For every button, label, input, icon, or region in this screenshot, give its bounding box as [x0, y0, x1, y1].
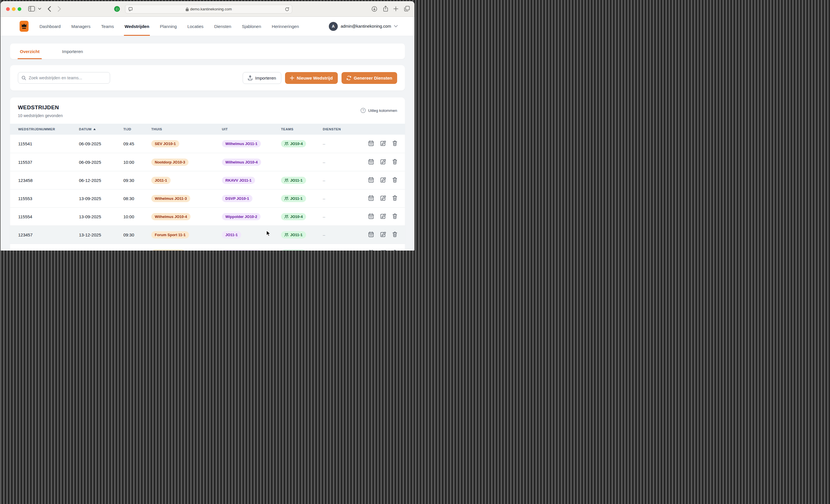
nav-item-sjablonen[interactable]: Sjablonen: [242, 17, 261, 36]
crown-icon: [21, 23, 27, 29]
sidebar-chevron-down-icon[interactable]: [38, 8, 41, 10]
home-team-badge[interactable]: Wilhelmus JO11-3: [151, 195, 190, 202]
home-team-cell: Wilhelmus JO10-4: [151, 213, 222, 220]
nav-item-teams[interactable]: Teams: [101, 17, 114, 36]
delete-button[interactable]: [392, 213, 397, 220]
schedule-button[interactable]: [368, 140, 374, 147]
column-header-datum[interactable]: DATUM: [79, 127, 123, 131]
new-match-button[interactable]: Nieuwe Wedstrijd: [285, 72, 338, 84]
downloads-icon[interactable]: [372, 6, 377, 12]
table-row[interactable]: 115541 06-09-2025 09:45 SEV JO10-1 Wilhe…: [10, 135, 405, 153]
schedule-button[interactable]: [368, 231, 374, 238]
table-row[interactable]: 115537 06-09-2025 10:00 Nootdorp JO10-3 …: [10, 153, 405, 171]
nav-item-herinneringen[interactable]: Herinneringen: [272, 17, 299, 36]
minimize-window-button[interactable]: [12, 7, 15, 11]
browser-toolbar: {) demo.kantinekoning.com: [1, 1, 414, 17]
match-number-cell: 115549: [18, 251, 79, 251]
nav-item-managers[interactable]: Managers: [71, 17, 91, 36]
home-team-badge[interactable]: SEV JO10-1: [151, 140, 179, 147]
new-tab-icon[interactable]: [393, 6, 398, 11]
team-cell: JO11-1: [281, 249, 323, 251]
home-team-badge[interactable]: Forum Sport 11-1: [151, 231, 189, 239]
address-bar[interactable]: demo.kantinekoning.com: [125, 5, 292, 13]
edit-button[interactable]: [380, 195, 386, 202]
delete-button[interactable]: [392, 195, 397, 202]
edit-button[interactable]: [380, 250, 386, 251]
nav-item-planning[interactable]: Planning: [160, 17, 177, 36]
team-badge-label: JO10-4: [290, 215, 302, 219]
home-team-badge[interactable]: Nootdorp JO10-3: [151, 159, 189, 166]
delete-button[interactable]: [392, 140, 397, 147]
away-team-badge[interactable]: RKAVV JO11-1: [222, 177, 255, 184]
table-row[interactable]: 115554 13-09-2025 10:00 Wilhelmus JO10-4…: [10, 207, 405, 225]
nav-item-locaties[interactable]: Locaties: [187, 17, 203, 36]
search-box[interactable]: [18, 72, 110, 84]
lock-icon: [186, 7, 189, 11]
column-help-button[interactable]: ? Uitleg kolommen: [360, 108, 397, 113]
zoom-window-button[interactable]: [18, 7, 21, 11]
table-row[interactable]: 115549 20-09-2025 08:30 RKDEO JO10-2 Wil…: [10, 244, 405, 251]
table-row[interactable]: 115553 13-09-2025 08:30 Wilhelmus JO11-3…: [10, 189, 405, 207]
away-team-badge[interactable]: Wilhelmus JO10-4: [222, 159, 261, 166]
reload-icon[interactable]: [285, 7, 289, 11]
schedule-button[interactable]: [368, 250, 374, 251]
schedule-button[interactable]: [368, 195, 374, 202]
away-team-badge[interactable]: Wilhelmus JO11-1: [222, 249, 261, 251]
tab-overzicht[interactable]: Overzicht: [19, 43, 41, 59]
edit-button[interactable]: [380, 177, 386, 184]
delete-button[interactable]: [392, 159, 397, 165]
close-window-button[interactable]: [6, 7, 10, 11]
away-team-badge[interactable]: Wilhelmus JO11-1: [222, 140, 261, 147]
extension-icon[interactable]: {): [114, 6, 120, 12]
delete-button[interactable]: [392, 177, 397, 184]
schedule-button[interactable]: [368, 177, 374, 184]
edit-button[interactable]: [380, 213, 386, 220]
column-header-teams[interactable]: TEAMS: [281, 127, 323, 131]
tab-importeren[interactable]: Importeren: [61, 43, 84, 59]
table-toolbar: Importeren Nieuwe Wedstrijd Genereer Die…: [10, 65, 405, 91]
nav-item-dashboard[interactable]: Dashboard: [39, 17, 61, 36]
team-badge[interactable]: JO11-1: [281, 177, 306, 184]
nav-item-diensten[interactable]: Diensten: [214, 17, 231, 36]
edit-icon: [380, 213, 386, 219]
team-badge[interactable]: JO10-4: [281, 140, 306, 147]
sidebar-toggle-icon[interactable]: [28, 6, 35, 11]
tab-overview-icon[interactable]: [404, 6, 410, 11]
home-team-cell: Forum Sport 11-1: [151, 231, 222, 239]
home-team-badge[interactable]: JO11-1: [151, 177, 170, 184]
delete-button[interactable]: [392, 250, 397, 251]
import-button[interactable]: Importeren: [243, 72, 281, 84]
generate-services-button[interactable]: Genereer Diensten: [342, 72, 397, 84]
away-team-badge[interactable]: Wippolder JO10-2: [222, 213, 260, 220]
column-header-diensten[interactable]: DIENSTEN: [323, 127, 357, 131]
search-input[interactable]: [29, 75, 106, 80]
column-header-thuis[interactable]: THUIS: [151, 127, 222, 131]
column-header-wedstrijdnummer[interactable]: WEDSTRIJDNUMMER: [18, 127, 79, 131]
page-settings-icon[interactable]: [128, 7, 133, 11]
share-icon[interactable]: [383, 5, 388, 12]
edit-button[interactable]: [380, 231, 386, 238]
edit-button[interactable]: [380, 159, 386, 165]
back-button-icon[interactable]: [47, 6, 51, 12]
edit-button[interactable]: [380, 140, 386, 147]
column-header-uit[interactable]: UIT: [222, 127, 281, 131]
schedule-button[interactable]: [368, 213, 374, 220]
away-team-badge[interactable]: DSVP JO10-1: [222, 195, 252, 202]
column-header-tijd[interactable]: TIJD: [123, 127, 151, 131]
team-badge[interactable]: JO11-1: [281, 231, 306, 239]
nav-item-wedstrijden[interactable]: Wedstrijden: [125, 17, 149, 36]
kantinekoning-logo[interactable]: [20, 21, 29, 32]
delete-button[interactable]: [392, 231, 397, 238]
away-team-badge[interactable]: JO11-1: [222, 231, 241, 239]
team-badge[interactable]: JO10-4: [281, 213, 306, 220]
table-row[interactable]: 123457 13-12-2025 09:30 Forum Sport 11-1…: [10, 225, 405, 244]
table-row[interactable]: 123458 06-12-2025 09:30 JO11-1 RKAVV JO1…: [10, 171, 405, 189]
team-badge[interactable]: JO11-1: [281, 195, 306, 202]
home-team-badge[interactable]: Wilhelmus JO10-4: [151, 213, 191, 220]
team-badge[interactable]: JO11-1: [281, 249, 306, 251]
user-menu[interactable]: A admin@kantinekoning.com: [329, 17, 414, 36]
schedule-button[interactable]: [368, 159, 374, 165]
team-cell: JO11-1: [281, 177, 323, 184]
forward-button-icon[interactable]: [58, 6, 61, 12]
home-team-badge[interactable]: RKDEO JO10-2: [151, 249, 185, 251]
